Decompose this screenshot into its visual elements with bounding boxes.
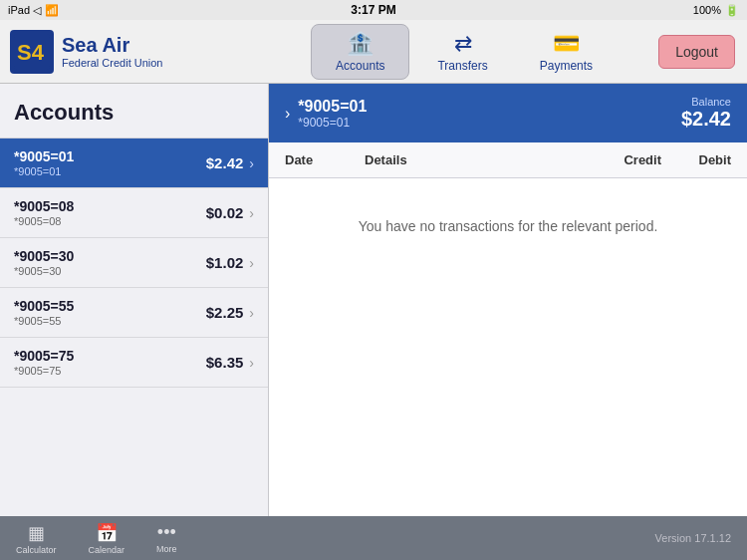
empty-transactions-message: You have no transactions for the relevan… <box>269 178 747 274</box>
nav-tab-payments[interactable]: 💳 Payments <box>516 25 617 79</box>
version-text: Version 17.1.12 <box>655 532 731 544</box>
device-label: iPad ◁ <box>8 4 41 17</box>
chevron-right-icon: › <box>249 255 254 271</box>
accounts-label: Accounts <box>336 59 384 73</box>
account-sub: *9005=75 <box>14 365 74 377</box>
account-info: *9005=08 *9005=08 <box>14 198 74 227</box>
account-name: *9005=01 <box>14 148 74 164</box>
bottom-tab-calendar[interactable]: 📅 Calendar <box>89 522 125 555</box>
account-sub: *9005=01 <box>14 165 74 177</box>
col-credit-header: Credit <box>582 152 661 167</box>
top-nav: S4 Sea Air Federal Credit Union 🏦 Accoun… <box>0 20 747 84</box>
status-bar: iPad ◁ 📶 3:17 PM 100% 🔋 <box>0 0 747 20</box>
chevron-right-icon: › <box>249 305 254 321</box>
header-expand-icon[interactable]: › <box>285 105 290 123</box>
account-item-9005-30[interactable]: *9005=30 *9005=30 $1.02 › <box>0 238 268 288</box>
bottom-tab-calculator[interactable]: ▦ Calculator <box>16 522 57 555</box>
header-account-sub: *9005=01 <box>298 116 367 130</box>
account-name: *9005=75 <box>14 348 74 364</box>
account-right: $2.42 › <box>206 154 254 171</box>
account-right: $2.25 › <box>206 304 254 321</box>
status-right: 100% 🔋 <box>693 4 739 17</box>
account-item-9005-55[interactable]: *9005=55 *9005=55 $2.25 › <box>0 288 268 338</box>
account-name: *9005=55 <box>14 298 74 314</box>
calculator-bottom-icon: ▦ <box>28 522 45 544</box>
account-header: › *9005=01 *9005=01 Balance $2.42 <box>269 84 747 142</box>
logo-icon: S4 <box>10 30 54 74</box>
account-balance: $2.42 <box>206 154 244 171</box>
account-right: $6.35 › <box>206 354 254 371</box>
header-account-info: *9005=01 *9005=01 <box>298 98 367 130</box>
status-time: 3:17 PM <box>351 3 395 17</box>
account-info: *9005=01 *9005=01 <box>14 148 74 177</box>
bottom-bar: ▦ Calculator 📅 Calendar ••• More Version… <box>0 516 747 560</box>
account-header-left: › *9005=01 *9005=01 <box>285 98 367 130</box>
status-left: iPad ◁ 📶 <box>8 4 59 17</box>
brand-sub: Federal Credit Union <box>62 57 163 70</box>
more-bottom-icon: ••• <box>157 522 176 543</box>
account-info: *9005=75 *9005=75 <box>14 348 74 377</box>
svg-text:S4: S4 <box>17 40 45 65</box>
logo-area: S4 Sea Air Federal Credit Union <box>0 30 269 74</box>
col-date-header: Date <box>285 152 365 167</box>
account-sub: *9005=55 <box>14 315 74 327</box>
account-sub: *9005=08 <box>14 215 74 227</box>
chevron-right-icon: › <box>249 205 254 221</box>
right-panel: › *9005=01 *9005=01 Balance $2.42 Date D… <box>269 84 747 516</box>
account-info: *9005=55 *9005=55 <box>14 298 74 327</box>
calculator-bottom-label: Calculator <box>16 545 57 555</box>
account-balance: $1.02 <box>206 254 244 271</box>
account-sub: *9005=30 <box>14 265 74 277</box>
brand-name: Sea Air <box>62 33 163 57</box>
more-bottom-label: More <box>156 544 177 554</box>
account-item-9005-01[interactable]: *9005=01 *9005=01 $2.42 › <box>0 139 268 188</box>
chevron-right-icon: › <box>249 355 254 371</box>
calendar-bottom-label: Calendar <box>89 545 125 555</box>
logo-text: Sea Air Federal Credit Union <box>62 33 163 70</box>
header-balance-area: Balance $2.42 <box>681 96 731 131</box>
account-item-9005-08[interactable]: *9005=08 *9005=08 $0.02 › <box>0 188 268 238</box>
account-balance: $2.25 <box>206 304 244 321</box>
header-balance-label: Balance <box>681 96 731 108</box>
transfers-icon: ⇄ <box>454 31 472 57</box>
nav-tab-accounts[interactable]: 🏦 Accounts <box>311 24 409 80</box>
header-account-name: *9005=01 <box>298 98 367 116</box>
bottom-tabs: ▦ Calculator 📅 Calendar ••• More <box>16 522 177 555</box>
col-debit-header: Debit <box>661 152 731 167</box>
sidebar-title: Accounts <box>0 84 268 139</box>
accounts-icon: 🏦 <box>347 31 374 57</box>
account-balance: $0.02 <box>206 204 244 221</box>
calendar-bottom-icon: 📅 <box>96 522 118 544</box>
bottom-tab-more[interactable]: ••• More <box>156 522 177 554</box>
account-right: $0.02 › <box>206 204 254 221</box>
account-balance: $6.35 <box>206 354 244 371</box>
chevron-right-icon: › <box>249 155 254 171</box>
sidebar: Accounts *9005=01 *9005=01 $2.42 › *9005… <box>0 84 269 516</box>
col-details-header: Details <box>365 152 582 167</box>
accounts-list: *9005=01 *9005=01 $2.42 › *9005=08 *9005… <box>0 139 268 388</box>
payments-icon: 💳 <box>553 31 580 57</box>
nav-tabs: 🏦 Accounts ⇄ Transfers 💳 Payments <box>269 24 658 80</box>
account-right: $1.02 › <box>206 254 254 271</box>
wifi-icon: 📶 <box>45 4 59 17</box>
payments-label: Payments <box>540 59 593 73</box>
nav-tab-transfers[interactable]: ⇄ Transfers <box>413 25 511 79</box>
logo-svg: S4 <box>14 34 50 70</box>
account-info: *9005=30 *9005=30 <box>14 248 74 277</box>
account-name: *9005=30 <box>14 248 74 264</box>
battery-label: 100% <box>693 4 721 16</box>
table-header: Date Details Credit Debit <box>269 142 747 178</box>
transactions-area: Date Details Credit Debit You have no tr… <box>269 142 747 516</box>
account-item-9005-75[interactable]: *9005=75 *9005=75 $6.35 › <box>0 338 268 388</box>
main-content: Accounts *9005=01 *9005=01 $2.42 › *9005… <box>0 84 747 516</box>
logout-button[interactable]: Logout <box>658 35 735 69</box>
account-name: *9005=08 <box>14 198 74 214</box>
header-balance-value: $2.42 <box>681 108 731 131</box>
transfers-label: Transfers <box>437 59 487 73</box>
battery-icon: 🔋 <box>725 4 739 17</box>
